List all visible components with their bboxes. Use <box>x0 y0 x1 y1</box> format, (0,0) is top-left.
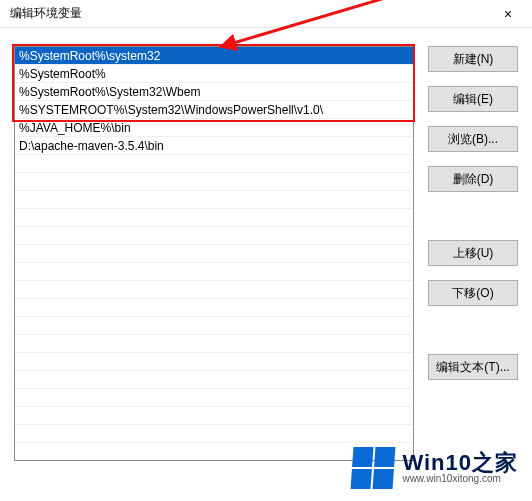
new-button[interactable]: 新建(N) <box>428 46 518 72</box>
titlebar: 编辑环境变量 × <box>0 0 532 28</box>
move-up-button[interactable]: 上移(U) <box>428 240 518 266</box>
button-sidebar: 新建(N) 编辑(E) 浏览(B)... 删除(D) 上移(U) 下移(O) 编… <box>428 46 518 461</box>
list-item-empty[interactable] <box>15 281 413 299</box>
close-button[interactable]: × <box>488 0 528 28</box>
list-item[interactable]: D:\apache-maven-3.5.4\bin <box>15 137 413 155</box>
list-item-empty[interactable] <box>15 335 413 353</box>
list-item[interactable]: %SystemRoot%\system32 <box>15 47 413 65</box>
window-title: 编辑环境变量 <box>10 5 488 22</box>
watermark-url: www.win10xitong.com <box>402 474 518 485</box>
list-item-empty[interactable] <box>15 389 413 407</box>
empty-rows <box>15 155 413 461</box>
list-item-empty[interactable] <box>15 371 413 389</box>
list-item-empty[interactable] <box>15 425 413 443</box>
list-item-empty[interactable] <box>15 245 413 263</box>
list-item[interactable]: %SystemRoot% <box>15 65 413 83</box>
list-item-empty[interactable] <box>15 317 413 335</box>
browse-button[interactable]: 浏览(B)... <box>428 126 518 152</box>
list-item-empty[interactable] <box>15 209 413 227</box>
list-item-empty[interactable] <box>15 407 413 425</box>
list-item-empty[interactable] <box>15 191 413 209</box>
close-icon: × <box>504 6 512 22</box>
list-item[interactable]: %SystemRoot%\System32\Wbem <box>15 83 413 101</box>
list-item-empty[interactable] <box>15 227 413 245</box>
list-item[interactable]: %SYSTEMROOT%\System32\WindowsPowerShell\… <box>15 101 413 119</box>
list-item-empty[interactable] <box>15 263 413 281</box>
content-area: %SystemRoot%\system32 %SystemRoot% %Syst… <box>0 28 532 471</box>
list-item-empty[interactable] <box>15 353 413 371</box>
list-item[interactable]: %JAVA_HOME%\bin <box>15 119 413 137</box>
list-item-empty[interactable] <box>15 173 413 191</box>
path-listbox[interactable]: %SystemRoot%\system32 %SystemRoot% %Syst… <box>14 46 414 461</box>
edit-button[interactable]: 编辑(E) <box>428 86 518 112</box>
move-down-button[interactable]: 下移(O) <box>428 280 518 306</box>
list-item-empty[interactable] <box>15 443 413 461</box>
edit-text-button[interactable]: 编辑文本(T)... <box>428 354 518 380</box>
list-item-empty[interactable] <box>15 299 413 317</box>
list-item-empty[interactable] <box>15 155 413 173</box>
delete-button[interactable]: 删除(D) <box>428 166 518 192</box>
